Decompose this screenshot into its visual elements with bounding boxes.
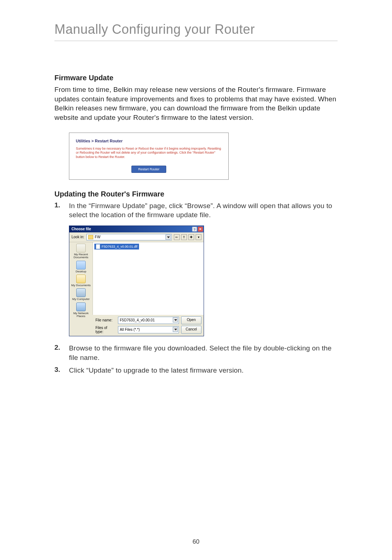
places-documents[interactable]: My Documents [71, 275, 90, 287]
choose-file-dialog: Choose file ? ✕ Look in: FW ⇐ ⇑ ✚ ▾ [69, 226, 204, 336]
file-icon [96, 244, 100, 249]
places-label: My Network Places [69, 312, 93, 318]
lookin-dropdown[interactable]: FW [86, 234, 172, 240]
file-list[interactable]: F5D7633_4_v0.00.01.dlf [93, 242, 204, 315]
filename-label: File name: [95, 318, 116, 322]
filetype-dropdown[interactable]: All Files (*.*) [118, 326, 179, 333]
lookin-label: Look in: [72, 235, 84, 239]
places-recent[interactable]: My Recent Documents [69, 244, 93, 259]
nav-back-icon[interactable]: ⇐ [174, 234, 180, 240]
step-number: 1. [54, 201, 69, 209]
step-number: 2. [54, 344, 69, 352]
network-icon [76, 303, 86, 311]
places-label: My Computer [72, 298, 90, 301]
places-bar: My Recent Documents Desktop My Documents… [69, 242, 93, 315]
section-updating-firmware-heading: Updating the Router's Firmware [54, 190, 338, 198]
nav-up-icon[interactable]: ⇑ [181, 234, 187, 240]
places-network[interactable]: My Network Places [69, 303, 93, 318]
computer-icon [76, 288, 86, 297]
dialog-titlebar: Choose file ? ✕ [69, 226, 204, 232]
restart-router-panel: Utilities > Restart Router Sometimes it … [69, 133, 229, 180]
places-desktop[interactable]: Desktop [75, 261, 86, 273]
folder-icon [88, 235, 93, 239]
restart-router-button[interactable]: Restart Router [131, 166, 167, 173]
places-label: Desktop [75, 270, 86, 273]
step-1: 1. In the “Firmware Update” page, click … [54, 201, 338, 220]
file-item-selected[interactable]: F5D7633_4_v0.00.01.dlf [94, 244, 139, 249]
chevron-down-icon [173, 327, 178, 332]
restart-router-breadcrumb: Utilities > Restart Router [76, 139, 222, 143]
step-3: 3. Click “Update” to upgrade to the late… [54, 366, 338, 375]
file-item-label: F5D7633_4_v0.00.01.dlf [102, 245, 138, 248]
recent-documents-icon [76, 244, 86, 252]
chevron-down-icon [166, 235, 171, 240]
filename-value: F5D7633_4_v0.00.01 [120, 318, 155, 322]
step-number: 3. [54, 366, 69, 374]
filetype-label: Files of type: [95, 326, 116, 334]
section-firmware-update-body: From time to time, Belkin may release ne… [54, 85, 338, 122]
desktop-icon [76, 261, 86, 269]
filetype-value: All Files (*.*) [120, 328, 140, 332]
section-firmware-update-heading: Firmware Update [54, 74, 338, 82]
filename-input[interactable]: F5D7633_4_v0.00.01 [118, 317, 179, 324]
page-number: 60 [0, 538, 392, 545]
dialog-title: Choose file [72, 227, 91, 231]
open-button[interactable]: Open [181, 316, 201, 324]
views-icon[interactable]: ▾ [196, 234, 201, 240]
chevron-down-icon [173, 317, 178, 322]
places-label: My Recent Documents [69, 253, 93, 259]
chapter-title: Manually Configuring your Router [54, 22, 338, 41]
help-icon[interactable]: ? [192, 227, 197, 232]
documents-icon [76, 275, 86, 283]
cancel-button[interactable]: Cancel [181, 326, 201, 334]
lookin-value: FW [95, 235, 101, 239]
step-2: 2. Browse to the firmware file you downl… [54, 344, 338, 362]
places-computer[interactable]: My Computer [72, 288, 90, 301]
step-text: Browse to the firmware file you download… [69, 344, 338, 362]
dialog-toolbar: Look in: FW ⇐ ⇑ ✚ ▾ [69, 232, 204, 242]
close-icon[interactable]: ✕ [198, 227, 203, 232]
step-text: In the “Firmware Update” page, click “Br… [69, 201, 338, 220]
restart-router-description: Sometimes it may be necessary to Reset o… [76, 147, 222, 159]
places-label: My Documents [71, 284, 90, 287]
step-text: Click “Update” to upgrade to the latest … [69, 366, 244, 375]
new-folder-icon[interactable]: ✚ [188, 234, 194, 240]
